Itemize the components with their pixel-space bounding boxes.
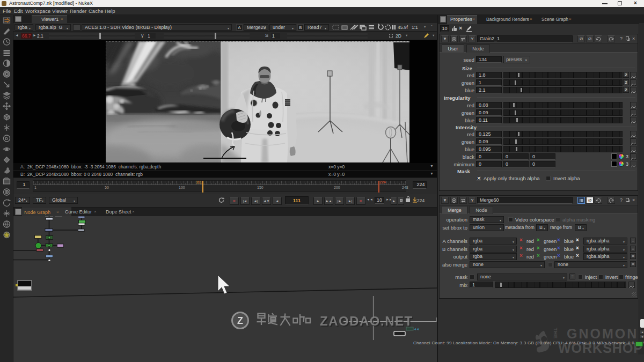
svg-text:4 4: 4 4 [414, 328, 419, 331]
svg-text:D: D [5, 136, 9, 141]
